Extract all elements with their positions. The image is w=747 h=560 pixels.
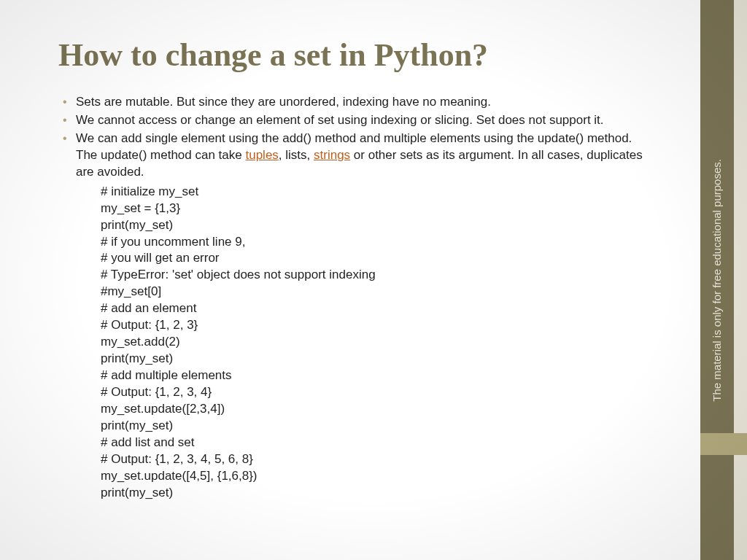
code-line: #my_set[0] — [101, 284, 657, 300]
code-line: # Output: {1, 2, 3, 4} — [101, 384, 657, 401]
sidebar-edge — [734, 0, 747, 560]
code-line: # TypeError: 'set' object does not suppo… — [101, 267, 657, 284]
bullet-item: We cannot access or change an element of… — [58, 112, 657, 129]
code-block: # initialize my_set my_set = {1,3} print… — [58, 184, 657, 502]
code-line: # Output: {1, 2, 3} — [101, 317, 657, 334]
code-line: my_set.add(2) — [101, 334, 657, 351]
link-tuples[interactable]: tuples — [245, 148, 278, 162]
sidebar-caption: The material is only for free educationa… — [701, 0, 733, 560]
code-line: # initialize my_set — [101, 184, 657, 201]
code-line: # add multiple elements — [101, 368, 657, 384]
code-line: # add list and set — [101, 435, 657, 451]
bullet-item: Sets are mutable. But since they are uno… — [58, 94, 657, 111]
sidebar-caption-text: The material is only for free educationa… — [711, 159, 724, 402]
code-line: my_set = {1,3} — [101, 201, 657, 217]
code-line: print(my_set) — [101, 485, 657, 502]
code-line: print(my_set) — [101, 418, 657, 435]
code-line: # you will get an error — [101, 250, 657, 267]
bullet-text: , lists, — [279, 148, 314, 162]
code-line: # if you uncomment line 9, — [101, 234, 657, 251]
code-line: # Output: {1, 2, 3, 4, 5, 6, 8} — [101, 451, 657, 468]
slide-title: How to change a set in Python? — [58, 36, 657, 74]
code-line: my_set.update([2,3,4]) — [101, 401, 657, 418]
sidebar: The material is only for free educationa… — [700, 0, 747, 560]
slide-content: How to change a set in Python? Sets are … — [0, 0, 700, 560]
code-line: print(my_set) — [101, 351, 657, 368]
code-line: # add an element — [101, 300, 657, 317]
code-line: print(my_set) — [101, 217, 657, 234]
link-strings[interactable]: strings — [314, 148, 350, 162]
code-line: my_set.update([4,5], {1,6,8}) — [101, 468, 657, 485]
bullet-list: Sets are mutable. But since they are uno… — [58, 94, 657, 181]
bullet-item: We can add single element using the add(… — [58, 131, 657, 181]
